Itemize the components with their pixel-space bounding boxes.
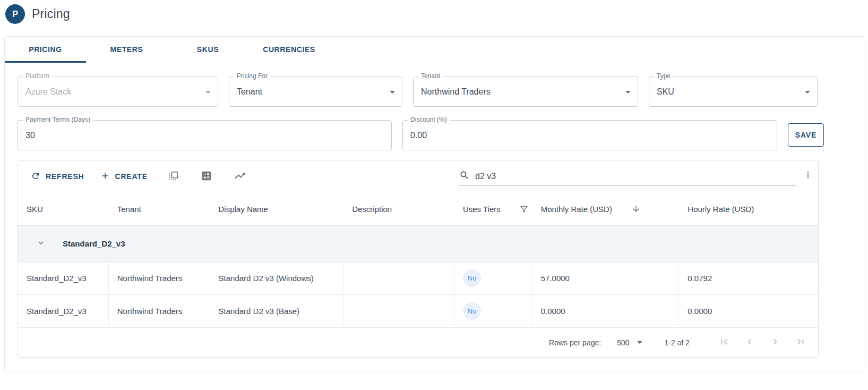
pricing-for-value: Tenant <box>237 87 262 97</box>
more-options-button[interactable] <box>803 170 813 181</box>
last-page-icon <box>795 336 806 349</box>
chevron-down-icon <box>625 91 631 94</box>
rows-per-page-label: Rows per page: <box>549 338 601 347</box>
cell-uses-tiers: No <box>454 295 532 327</box>
last-page-button[interactable] <box>795 336 806 349</box>
page-title: Pricing <box>32 7 70 21</box>
refresh-icon <box>31 171 40 182</box>
tab-meters-label: METERS <box>110 45 143 54</box>
cell-tenant: Northwind Traders <box>109 295 210 327</box>
next-page-button[interactable] <box>769 336 781 349</box>
flip-to-front-icon <box>168 170 179 183</box>
first-page-icon <box>718 336 730 349</box>
platform-select: Platform Azure Stack <box>18 77 218 107</box>
tab-pricing-label: PRICING <box>29 45 62 54</box>
type-label: Type <box>654 72 673 80</box>
create-button-label: CREATE <box>115 172 148 181</box>
filter-icon[interactable] <box>520 205 528 213</box>
cell-monthly-rate: 57.0000 <box>532 262 680 294</box>
calculator-icon <box>201 170 212 183</box>
discount-label: Discount (%) <box>408 116 450 123</box>
refresh-button[interactable]: REFRESH <box>31 171 84 182</box>
group-label: Standard_D2_v3 <box>63 239 125 248</box>
column-header-uses-tiers-label: Uses Tiers <box>463 205 501 214</box>
tab-bar: PRICING METERS SKUS CURRENCIES <box>5 37 865 62</box>
save-button[interactable]: SAVE <box>788 123 824 147</box>
tab-skus[interactable]: SKUS <box>167 37 248 62</box>
flip-to-front-button[interactable] <box>168 170 179 183</box>
cell-description <box>343 295 454 327</box>
cell-description <box>343 262 454 294</box>
rows-per-page-select[interactable]: 500 <box>617 338 642 347</box>
pricing-table-card: REFRESH CREATE <box>18 160 819 358</box>
plus-icon <box>100 171 110 182</box>
app-header: P Pricing <box>5 4 70 24</box>
discount-field-wrap: Discount (%) <box>402 120 777 150</box>
tab-currencies[interactable]: CURRENCIES <box>248 37 330 62</box>
cell-sku: Standard_D2_v3 <box>18 262 109 294</box>
column-header-uses-tiers[interactable]: Uses Tiers <box>454 205 532 214</box>
create-button[interactable]: CREATE <box>100 171 148 182</box>
table-toolbar: REFRESH CREATE <box>18 160 818 192</box>
pagination-range: 1-2 of 2 <box>665 338 690 347</box>
previous-page-button[interactable] <box>744 336 755 349</box>
tab-currencies-label: CURRENCIES <box>263 45 315 54</box>
column-header-monthly-rate[interactable]: Monthly Rate (USD) <box>532 204 680 214</box>
filter-row-2: Payment Terms (Days) Discount (%) SAVE <box>18 120 824 150</box>
cell-uses-tiers: No <box>454 262 532 294</box>
table-header-row: SKU Tenant Display Name Description Uses… <box>18 192 818 226</box>
avatar: P <box>5 4 25 24</box>
pricing-for-select[interactable]: Pricing For Tenant <box>229 77 402 107</box>
pricing-panel: PRICING METERS SKUS CURRENCIES Platform … <box>4 36 865 371</box>
chevron-down-icon <box>205 91 211 94</box>
search-input[interactable] <box>475 172 796 181</box>
payment-terms-field[interactable] <box>25 131 373 140</box>
column-header-sku[interactable]: SKU <box>18 205 109 214</box>
column-header-hourly-rate[interactable]: Hourly Rate (USD) <box>679 205 818 214</box>
cell-display-name: Standard D2 v3 (Windows) <box>210 262 344 294</box>
tenant-label: Tenant <box>418 72 443 80</box>
type-value: SKU <box>657 87 674 97</box>
table-row[interactable]: Standard_D2_v3 Northwind Traders Standar… <box>18 295 818 328</box>
uses-tiers-badge: No <box>463 269 481 287</box>
tenant-select[interactable]: Tenant Northwind Traders <box>413 77 638 107</box>
column-header-display-name-label: Display Name <box>219 205 268 214</box>
trending-up-button[interactable] <box>234 169 246 184</box>
pricing-for-label: Pricing For <box>234 72 270 80</box>
discount-field[interactable] <box>410 131 759 140</box>
column-header-tenant-label: Tenant <box>117 205 141 214</box>
first-page-button[interactable] <box>718 336 730 349</box>
tab-pricing[interactable]: PRICING <box>5 37 86 62</box>
column-header-display-name[interactable]: Display Name <box>210 205 344 214</box>
column-header-sku-label: SKU <box>27 205 43 214</box>
trending-up-icon <box>234 169 246 184</box>
calculator-button[interactable] <box>201 170 212 183</box>
chevron-right-icon <box>769 336 781 349</box>
tab-skus-label: SKUS <box>197 45 219 54</box>
chevron-left-icon <box>744 336 755 349</box>
column-header-hourly-rate-label: Hourly Rate (USD) <box>687 205 754 214</box>
chevron-down-icon <box>805 91 810 94</box>
cell-hourly-rate: 0.0000 <box>679 295 818 327</box>
platform-label: Platform <box>23 72 52 80</box>
cell-hourly-rate: 0.0792 <box>679 262 818 294</box>
column-header-description[interactable]: Description <box>343 205 454 214</box>
search-box <box>459 168 796 185</box>
chevron-down-icon <box>637 341 642 344</box>
chevron-down-icon[interactable] <box>36 238 46 250</box>
column-header-tenant[interactable]: Tenant <box>109 205 210 214</box>
kebab-menu-icon <box>803 173 813 181</box>
rows-per-page-value: 500 <box>617 338 629 347</box>
column-header-monthly-rate-label: Monthly Rate (USD) <box>541 205 612 214</box>
type-select[interactable]: Type SKU <box>649 77 818 107</box>
group-row-standard-d2-v3[interactable]: Standard_D2_v3 <box>18 226 818 262</box>
chevron-down-icon <box>390 91 395 94</box>
sort-descending-icon[interactable] <box>631 204 641 214</box>
cell-tenant: Northwind Traders <box>109 262 210 294</box>
uses-tiers-badge: No <box>463 302 481 320</box>
tenant-value: Northwind Traders <box>421 87 491 97</box>
refresh-button-label: REFRESH <box>46 172 84 181</box>
payment-terms-field-wrap: Payment Terms (Days) <box>18 120 392 150</box>
tab-meters[interactable]: METERS <box>86 37 167 62</box>
table-row[interactable]: Standard_D2_v3 Northwind Traders Standar… <box>18 262 818 295</box>
